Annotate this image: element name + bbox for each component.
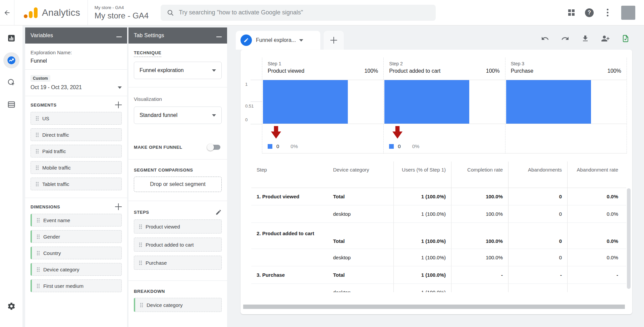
collapse-tab-settings-icon[interactable]: [216, 37, 222, 37]
funnel-step-header: Step 3 Purchase 100%: [505, 58, 627, 80]
saved-status-button[interactable]: [621, 34, 630, 43]
y-tick: [251, 124, 262, 124]
divider: [25, 96, 127, 96]
open-funnel-row: MAKE OPEN FUNNEL: [134, 145, 222, 150]
funnel-bar[interactable]: [263, 80, 348, 124]
funnel-bar[interactable]: [384, 80, 469, 124]
content-area: Variables Exploration Name: Funnel Custo…: [0, 25, 644, 327]
step-number-label: Step 1: [268, 61, 378, 66]
y-tick-label: 0: [245, 117, 248, 122]
segment-dropzone[interactable]: Drop or select segment: [134, 177, 222, 192]
table-row: 1. Product viewed Total 1 (100.0%) 100.0…: [251, 188, 626, 205]
technique-select[interactable]: Funnel exploration: [134, 62, 222, 79]
chevron-down-icon: [118, 86, 122, 89]
nav-admin-button[interactable]: [3, 298, 19, 314]
funnel-exploration-tab[interactable]: Funnel explora...: [236, 31, 320, 50]
redo-button[interactable]: [561, 34, 570, 43]
open-funnel-toggle[interactable]: [208, 145, 220, 150]
funnel-step-chip[interactable]: Purchase: [134, 256, 222, 270]
search-bar[interactable]: [161, 5, 436, 21]
visualization-select[interactable]: Standard funnel: [134, 107, 222, 124]
analytics-logo-icon: [23, 7, 39, 19]
table-row: 2. Product added to cart Total 1 (100.0%…: [251, 223, 626, 249]
analytics-home-link[interactable]: Analytics: [14, 7, 80, 19]
nav-reports-button[interactable]: [3, 30, 19, 46]
funnel-step-header: Step 2 Product added to cart 100%: [384, 58, 505, 80]
undo-button[interactable]: [541, 34, 549, 43]
google-apps-button[interactable]: [564, 5, 579, 20]
segment-chip[interactable]: US: [31, 112, 122, 125]
drag-handle-icon: [36, 182, 37, 183]
share-button[interactable]: [601, 34, 610, 43]
segment-chip[interactable]: Paid traffic: [31, 145, 122, 157]
edit-steps-icon[interactable]: [215, 209, 222, 215]
abandonment-legend: 0 0%: [389, 143, 419, 149]
gear-icon: [7, 302, 16, 311]
dimension-chip[interactable]: First user medium: [31, 279, 122, 292]
abandonment-rate: 0%: [290, 143, 298, 149]
drag-handle-icon: [37, 218, 38, 219]
divider: [128, 201, 227, 201]
segment-chip[interactable]: Direct traffic: [31, 128, 122, 141]
nav-library-button[interactable]: [3, 96, 19, 113]
drag-handle-icon: [139, 243, 140, 244]
add-dimension-icon[interactable]: [115, 203, 122, 210]
property-selector[interactable]: My store - GA4 My store - GA4: [88, 0, 149, 25]
tab-label: Funnel explora...: [256, 37, 296, 43]
drag-handle-icon: [36, 149, 37, 150]
date-range-badge: Custom: [31, 75, 50, 82]
horizontal-scrollbar[interactable]: [243, 305, 625, 309]
download-button[interactable]: [581, 34, 590, 43]
table-row: 3. Purchase Total 1 (100.0%) - - -: [251, 266, 626, 284]
kebab-menu-icon: [607, 12, 608, 13]
segment-chip[interactable]: Mobile traffic: [31, 161, 122, 174]
funnel-step-chip[interactable]: Product viewed: [134, 219, 222, 234]
account-avatar[interactable]: [621, 6, 635, 20]
vertical-scrollbar[interactable]: [627, 188, 631, 289]
nav-advertising-button[interactable]: [3, 74, 19, 90]
step-completion-pct: 100%: [486, 68, 500, 74]
col-header-device-category: Device category: [328, 161, 393, 188]
nav-explore-button[interactable]: [3, 52, 19, 68]
redo-icon: [561, 35, 569, 43]
property-name: My store - GA4: [95, 11, 149, 20]
breakdown-label: BREAKDOWN: [134, 289, 222, 294]
funnel-step-chip[interactable]: Product added to cart: [134, 238, 222, 252]
collapse-variables-icon[interactable]: [116, 37, 122, 37]
download-icon: [581, 35, 589, 43]
exploration-name-value[interactable]: Funnel: [31, 58, 122, 64]
funnel-step-column-1: Step 1 Product viewed 100%: [262, 58, 383, 153]
dimension-chip[interactable]: Gender: [31, 230, 122, 243]
date-range-value: Oct 19 - Oct 23, 2021: [31, 84, 82, 90]
apps-grid-icon: [568, 9, 575, 16]
funnel-bar[interactable]: [506, 80, 591, 124]
breakdown-chip[interactable]: Device category: [134, 298, 222, 312]
more-options-button[interactable]: [600, 5, 615, 20]
funnel-bar-area: [262, 80, 383, 124]
search-input[interactable]: [179, 9, 430, 16]
tab-settings-body: TECHNIQUE Funnel exploration Visualizati…: [128, 44, 227, 312]
step-completion-pct: 100%: [607, 68, 621, 74]
add-tab-button[interactable]: [324, 31, 344, 50]
step-name: Purchase: [511, 68, 534, 74]
visualization-label: Visualization: [134, 96, 222, 102]
drag-handle-icon: [37, 284, 38, 285]
funnel-chart: 1 0.51 0 Step 1 Product viewed: [240, 50, 632, 153]
col-header-abandonments: Abandonments: [508, 161, 567, 188]
dimension-chip[interactable]: Device category: [31, 263, 122, 276]
nav-admin-container: [0, 298, 22, 320]
help-button[interactable]: ?: [582, 5, 597, 20]
add-segment-icon[interactable]: [115, 102, 122, 108]
divider: [128, 87, 227, 87]
dimension-chip[interactable]: Country: [31, 247, 122, 259]
ga4-analytics-app: Analytics My store - GA4 My store - GA4 …: [0, 0, 644, 327]
chevron-down-icon[interactable]: [299, 39, 303, 42]
back-button[interactable]: [0, 0, 14, 25]
undo-icon: [541, 35, 549, 43]
variables-panel-title: Variables: [31, 32, 53, 39]
dimension-chip[interactable]: Event name: [31, 214, 122, 226]
funnel-abandonment-area: [505, 124, 627, 153]
drag-handle-icon: [139, 261, 140, 262]
segment-chip[interactable]: Tablet traffic: [31, 178, 122, 190]
date-range-selector[interactable]: Oct 19 - Oct 23, 2021: [31, 84, 122, 90]
